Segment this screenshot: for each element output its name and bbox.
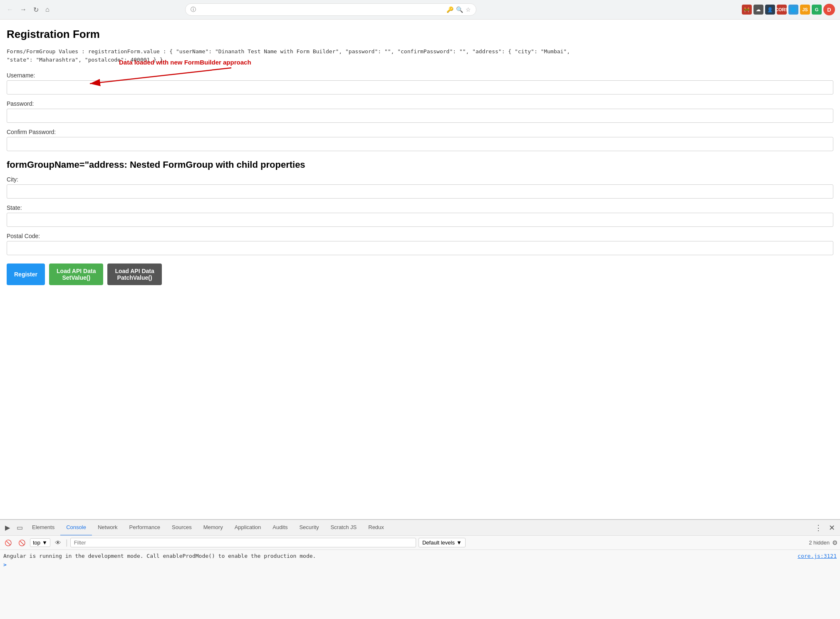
page-content: Registration Form Forms/FormGroup Values…: [0, 20, 840, 519]
tab-application[interactable]: Application: [229, 520, 267, 536]
tab-console[interactable]: Console: [60, 520, 92, 536]
tab-scratch-js[interactable]: Scratch JS: [325, 520, 362, 536]
username-input[interactable]: Dinanath Test Name with Form Builder: [7, 80, 833, 94]
confirm-password-input[interactable]: [7, 137, 833, 151]
button-row: Register Load API DataSetValue() Load AP…: [7, 264, 833, 285]
console-log-text: Angular is running in the development mo…: [3, 553, 316, 559]
page-title: Registration Form: [7, 28, 833, 41]
username-field-group: Username: Data loaded with new FormBuild…: [7, 72, 833, 94]
log-levels-label: Default levels: [422, 539, 455, 546]
username-label: Username:: [7, 72, 833, 79]
browser-chrome: ← → ↻ ⌂ ⓘ localhost:5000 🔑 🔍 ☆ 🚧 ☁ 👤 COR…: [0, 0, 840, 20]
reload-button[interactable]: ↻: [32, 4, 40, 15]
ext-icon-2[interactable]: ☁: [753, 5, 763, 15]
console-prompt-symbol: >: [3, 562, 7, 568]
home-button[interactable]: ⌂: [44, 4, 51, 15]
key-icon: 🔑: [446, 6, 453, 13]
console-prompt-line[interactable]: >: [3, 560, 837, 569]
tab-elements[interactable]: Elements: [26, 520, 60, 536]
forward-button[interactable]: →: [18, 4, 28, 15]
ext-icon-js[interactable]: JS: [800, 5, 810, 15]
levels-chevron-icon: ▼: [456, 539, 462, 546]
ext-icon-cors[interactable]: CORS: [777, 5, 787, 15]
city-input[interactable]: Mumbai: [7, 184, 833, 199]
city-label: City:: [7, 176, 833, 183]
ext-icon-4[interactable]: 🌐: [788, 5, 798, 15]
profile-avatar[interactable]: D: [823, 4, 835, 15]
filter-input[interactable]: [70, 538, 416, 547]
log-levels-button[interactable]: Default levels ▼: [419, 538, 466, 547]
city-field-group: City: Mumbai: [7, 176, 833, 199]
devtools-toolbar: 🚫 🚫 top ▼ 👁 | Default levels ▼ 2 hidden …: [0, 536, 840, 550]
password-input[interactable]: [7, 109, 833, 123]
state-field-group: State: Maharashtra: [7, 204, 833, 227]
clear-console-button[interactable]: 🚫: [2, 538, 14, 547]
postal-code-field-group: Postal Code: 400001: [7, 233, 833, 255]
devtools-panel: ▶ ▭ Elements Console Network Performance…: [0, 519, 840, 619]
console-source-link[interactable]: core.js:3121: [798, 553, 837, 559]
address-bar: ⓘ localhost:5000 🔑 🔍 ☆: [185, 3, 476, 16]
context-selector[interactable]: top ▼: [30, 538, 50, 547]
tab-network[interactable]: Network: [92, 520, 124, 536]
load-api-setvalue-button[interactable]: Load API DataSetValue(): [49, 264, 103, 285]
confirm-password-label: Confirm Password:: [7, 129, 833, 135]
console-settings-button[interactable]: ⚙: [832, 539, 838, 547]
browser-toolbar-icons: 🚧 ☁ 👤 CORS 🌐 JS G D: [742, 4, 835, 15]
tab-memory[interactable]: Memory: [198, 520, 229, 536]
info-icon: ⓘ: [191, 6, 196, 13]
ext-icon-g[interactable]: G: [812, 5, 822, 15]
tab-performance[interactable]: Performance: [124, 520, 166, 536]
back-button[interactable]: ←: [5, 4, 15, 15]
console-filter-button[interactable]: 🚫: [16, 538, 27, 547]
star-icon: ☆: [466, 6, 471, 13]
load-api-patchvalue-button[interactable]: Load API DataPatchValue(): [107, 264, 161, 285]
search-icon: 🔍: [456, 6, 463, 13]
devtools-device-button[interactable]: ▭: [13, 522, 26, 533]
ext-icon-1[interactable]: 🚧: [742, 5, 752, 15]
devtools-tabs: ▶ ▭ Elements Console Network Performance…: [0, 520, 840, 536]
form-values-line2: "state": "Maharashtra", "postalcode": 40…: [7, 56, 833, 64]
tab-redux[interactable]: Redux: [362, 520, 390, 536]
eye-button[interactable]: 👁: [53, 538, 63, 547]
state-input[interactable]: Maharashtra: [7, 213, 833, 227]
state-label: State:: [7, 204, 833, 211]
ext-icon-3[interactable]: 👤: [765, 5, 775, 15]
username-field-wrapper: Data loaded with new FormBuilder approac…: [7, 80, 833, 94]
postal-code-input[interactable]: 400001: [7, 241, 833, 255]
form-values-line1: Forms/FormGroup Values : registrationFor…: [7, 47, 833, 56]
form-values-display: Forms/FormGroup Values : registrationFor…: [7, 47, 833, 64]
postal-code-label: Postal Code:: [7, 233, 833, 239]
devtools-inspect-button[interactable]: ▶: [2, 522, 13, 533]
register-button[interactable]: Register: [7, 264, 45, 285]
confirm-password-field-group: Confirm Password:: [7, 129, 833, 151]
hidden-count: 2 hidden: [809, 539, 830, 546]
tab-audits[interactable]: Audits: [267, 520, 293, 536]
password-field-group: Password:: [7, 100, 833, 123]
devtools-console: Angular is running in the development mo…: [0, 550, 840, 619]
password-label: Password:: [7, 100, 833, 107]
tab-sources[interactable]: Sources: [166, 520, 198, 536]
devtools-more-button[interactable]: ⋮: [811, 522, 825, 534]
nested-group-title: formGroupName="address: Nested FormGroup…: [7, 159, 833, 170]
tab-security[interactable]: Security: [293, 520, 325, 536]
context-label: top: [33, 539, 40, 546]
context-chevron-icon: ▼: [42, 539, 47, 546]
devtools-close-button[interactable]: ✕: [825, 522, 838, 534]
console-log-line: Angular is running in the development mo…: [3, 552, 837, 560]
url-input[interactable]: localhost:5000: [198, 6, 444, 13]
